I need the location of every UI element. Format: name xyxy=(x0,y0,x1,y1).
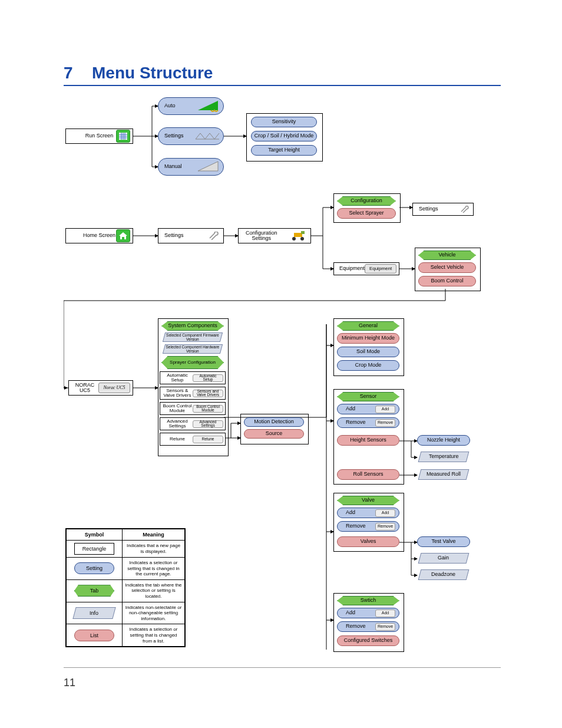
home-screen-label: Home Screen xyxy=(82,233,117,238)
valve-add-button[interactable]: Add xyxy=(375,509,395,517)
sensors-valve-box: Sensors & Valve Drivers Sensors and Valv… xyxy=(160,387,226,400)
section-heading: 7 Menu Structure xyxy=(64,64,501,86)
config-settings-box: Configuration Settings xyxy=(238,228,311,243)
manual-label: Manual xyxy=(164,164,182,169)
sensitivity-setting: Sensitivity xyxy=(251,117,317,127)
svg-marker-39 xyxy=(198,162,218,171)
valve-add-setting: Add Add xyxy=(337,508,399,518)
min-height-mode-list: Minimum Height Mode xyxy=(337,333,399,344)
hardware-info: Selected Component Hardware Version xyxy=(163,344,223,354)
valves-list: Valves xyxy=(337,536,399,547)
grid-icon xyxy=(116,130,130,143)
switch-remove-setting: Remove Remove xyxy=(337,621,399,632)
settings-box-2: Settings xyxy=(158,228,224,243)
svg-point-42 xyxy=(292,237,296,241)
sensor-remove-button[interactable]: Remove xyxy=(375,419,395,427)
sprayer-icon xyxy=(288,230,308,241)
manual-setting: Manual xyxy=(158,158,224,176)
truss-icon xyxy=(194,131,220,141)
section-title: Menu Structure xyxy=(92,64,213,82)
vehicle-tab: Vehicle xyxy=(418,251,476,260)
switch-add-setting: Add Add xyxy=(337,608,399,618)
measured-roll-info: Measured Roll xyxy=(418,469,470,480)
diagram-canvas: Run Screen Auto Settings Manual Sensitiv… xyxy=(64,88,501,654)
home-icon xyxy=(116,229,130,242)
svg-rect-44 xyxy=(301,231,305,234)
footer-separator xyxy=(64,667,501,668)
configured-switches-list: Configured Switches xyxy=(337,635,399,646)
legend-tab-mean: Indicates the tab where the selection or… xyxy=(123,579,185,602)
sensor-tab: Sensor xyxy=(337,392,399,401)
legend-header-meaning: Meaning xyxy=(123,529,185,541)
auto-label: Auto xyxy=(164,103,176,108)
auto-setting: Auto xyxy=(158,97,224,115)
settings-label-1: Settings xyxy=(164,133,184,139)
valve-remove-button[interactable]: Remove xyxy=(375,523,395,531)
legend-info-mean: Indicates non-selectable or non-changeab… xyxy=(123,602,185,624)
auto-icon xyxy=(197,100,220,113)
legend-table: Symbol Meaning Rectangle Indicates that … xyxy=(65,528,186,647)
soil-mode-setting: Soil Mode xyxy=(337,347,399,357)
system-components-tab: System Components xyxy=(161,321,224,331)
sensor-remove-setting: Remove Remove xyxy=(337,417,399,428)
target-height-setting: Target Height xyxy=(251,145,317,156)
norac-button[interactable]: Norac UC5 xyxy=(98,383,130,393)
retune-box: Retune Retune xyxy=(160,433,226,446)
legend-tab: Tab xyxy=(74,585,114,597)
boom-control-list: Boom Control xyxy=(418,276,476,286)
wrench-icon-2 xyxy=(460,206,470,213)
switch-tab: Swtich xyxy=(337,596,399,605)
legend-rectangle-mean: Indicates that a new page is displayed. xyxy=(123,541,185,558)
run-screen-box: Run Screen xyxy=(65,129,133,144)
select-vehicle-list: Select Vehicle xyxy=(418,262,476,273)
adv-settings-button[interactable]: Advanced Settings xyxy=(193,420,223,428)
nozzle-height-setting: Nozzle Height xyxy=(417,435,470,446)
legend-setting: Setting xyxy=(74,562,114,574)
manual-icon xyxy=(197,160,220,173)
boom-ctrl-mod-button[interactable]: Boom Control Module xyxy=(193,405,223,413)
boom-ctrl-mod-box: Boom Control Module Boom Control Module xyxy=(160,402,226,415)
svg-marker-40 xyxy=(119,232,127,239)
sensor-add-setting: Add Add xyxy=(337,404,399,414)
run-screen-label: Run Screen xyxy=(82,133,117,139)
wrench-icon xyxy=(208,232,219,240)
settings-label-2: Settings xyxy=(164,233,184,238)
svg-point-43 xyxy=(300,237,304,241)
crop-soil-hybrid-setting: Crop / Soil / Hybrid Mode xyxy=(251,131,317,141)
equipment-box: Equipment Equipment xyxy=(333,262,399,275)
auto-setup-box: Automatic Setup Automatic Setup xyxy=(160,371,226,384)
sensor-add-button[interactable]: Add xyxy=(375,406,395,413)
norac-box: NORAC UC5 Norac UC5 xyxy=(68,380,133,396)
select-sprayer-list: Select Sprayer xyxy=(337,208,396,219)
config-settings-label: Configuration Settings xyxy=(243,230,280,242)
motion-detection-setting: Motion Detection xyxy=(244,417,304,427)
home-screen-box: Home Screen xyxy=(65,228,133,243)
gain-info: Gain xyxy=(418,553,470,564)
valve-tab: Valve xyxy=(337,496,399,505)
legend-header-symbol: Symbol xyxy=(67,529,123,541)
sensors-valve-button[interactable]: Sensors and Valve Drivers xyxy=(193,390,223,397)
retune-button[interactable]: Retune xyxy=(193,436,223,443)
legend-rectangle: Rectangle xyxy=(74,543,114,555)
crop-mode-setting: Crop Mode xyxy=(337,360,399,371)
svg-marker-37 xyxy=(198,101,218,110)
switch-add-button[interactable]: Add xyxy=(375,610,395,617)
adv-settings-box: Advanced Settings Advanced Settings xyxy=(160,417,226,430)
valve-remove-setting: Remove Remove xyxy=(337,521,399,532)
source-list: Source xyxy=(244,429,304,439)
equipment-button[interactable]: Equipment xyxy=(365,264,396,274)
settings-box-right: Settings xyxy=(412,203,474,216)
roll-sensors-list: Roll Sensors xyxy=(337,469,399,480)
configuration-tab: Configuration xyxy=(337,196,396,206)
sprayer-config-tab: Sprayer Configuration xyxy=(161,356,224,369)
svg-rect-41 xyxy=(294,233,302,237)
switch-remove-button[interactable]: Remove xyxy=(375,623,395,631)
general-tab: General xyxy=(337,321,399,331)
height-sensors-list: Height Sensors xyxy=(337,435,399,446)
firmware-info: Selected Component Firmware Version xyxy=(163,332,223,342)
legend-setting-mean: Indicates a selection or setting that is… xyxy=(123,558,185,580)
legend-info: Info xyxy=(72,607,115,619)
auto-setup-button[interactable]: Automatic Setup xyxy=(193,374,223,382)
deadzone-info: Deadzone xyxy=(418,569,470,580)
temperature-info: Temperature xyxy=(418,452,470,462)
